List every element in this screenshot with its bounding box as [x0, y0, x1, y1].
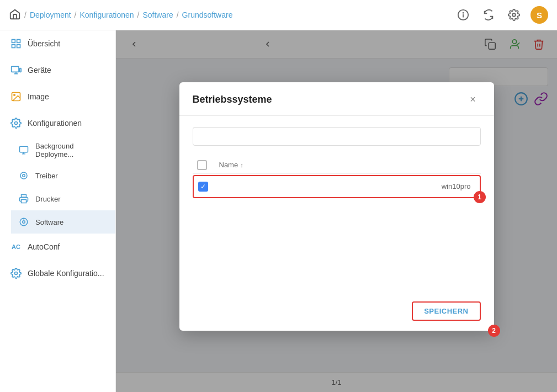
svg-point-25	[15, 272, 18, 275]
row-checkbox-col: ✓	[198, 182, 220, 192]
sort-icon[interactable]: ↑	[240, 162, 243, 168]
header-checkbox-col	[197, 160, 219, 170]
modal-betriebssysteme: Betriebssysteme ×	[179, 82, 494, 331]
svg-rect-4	[12, 40, 15, 43]
svg-point-3	[512, 13, 516, 17]
table-header: Name ↑	[193, 157, 481, 174]
settings-icon-btn[interactable]	[505, 6, 523, 24]
svg-point-23	[23, 221, 25, 224]
background-icon	[18, 144, 30, 156]
sidebar-item-global[interactable]: Globale Konfiguratio...	[0, 260, 115, 287]
software-icon	[18, 216, 30, 228]
sidebar-label-treiber: Treiber	[35, 172, 58, 180]
info-icon-btn[interactable]	[454, 6, 472, 24]
sidebar-item-image[interactable]: Image	[0, 83, 115, 110]
sidebar-label-background: Background Deployme...	[35, 142, 105, 158]
sidebar-item-uebersicht[interactable]: Übersicht	[0, 30, 115, 57]
sidebar-label-konfigurationen: Konfigurationen	[28, 119, 82, 128]
sidebar-item-geraete[interactable]: Geräte	[0, 57, 115, 83]
refresh-icon-btn[interactable]	[480, 6, 497, 24]
row-name-col: win10pro	[220, 182, 475, 190]
sidebar-item-konfigurationen[interactable]: Konfigurationen	[0, 110, 115, 136]
svg-point-19	[23, 174, 25, 177]
breadcrumb-konfigurationen[interactable]: Konfigurationen	[79, 10, 134, 19]
sidebar-label-image: Image	[28, 92, 49, 101]
main-content: 1/1 Betriebssysteme ×	[116, 30, 557, 392]
breadcrumb-grundsoftware[interactable]: Grundsoftware	[182, 10, 233, 19]
top-bar: / Deployment / Konfigurationen / Softwar…	[0, 0, 557, 30]
table-row[interactable]: ✓ win10pro 1	[193, 175, 481, 198]
avatar-button[interactable]: S	[531, 6, 548, 24]
search-input[interactable]	[193, 127, 481, 146]
breadcrumb: / Deployment / Konfigurationen / Softwar…	[9, 8, 454, 22]
sidebar-label-uebersicht: Übersicht	[28, 39, 60, 48]
sidebar-item-treiber[interactable]: Treiber	[11, 164, 115, 187]
uebersicht-icon	[10, 38, 22, 50]
sidebar-label-software: Software	[35, 218, 63, 226]
header-name-col: Name ↑	[219, 161, 476, 169]
sidebar: Übersicht Geräte Image	[0, 30, 116, 392]
select-all-checkbox[interactable]	[197, 160, 207, 170]
row-checkbox[interactable]: ✓	[198, 182, 208, 192]
badge-1: 1	[474, 191, 486, 203]
modal-header: Betriebssysteme ×	[179, 82, 494, 116]
save-button[interactable]: SPEICHERN	[412, 301, 480, 321]
modal-body: Name ↑ ✓ win10pro 1	[179, 116, 494, 294]
konfigurationen-icon	[10, 117, 22, 129]
svg-point-14	[15, 122, 18, 125]
badge-2: 2	[488, 325, 500, 337]
main-layout: Übersicht Geräte Image	[0, 30, 557, 392]
sidebar-item-software[interactable]: Software	[11, 210, 115, 234]
sidebar-label-autoconf: AutoConf	[28, 242, 60, 251]
svg-rect-21	[22, 200, 26, 203]
svg-rect-20	[22, 195, 26, 198]
sidebar-sub-konfigurationen: Background Deployme... Treiber	[0, 136, 115, 234]
modal-title: Betriebssysteme	[193, 94, 272, 105]
svg-rect-15	[20, 146, 28, 152]
svg-point-18	[20, 172, 27, 179]
global-icon	[10, 267, 22, 279]
autoconf-icon: AC	[10, 241, 22, 253]
svg-point-13	[14, 94, 15, 96]
svg-rect-6	[12, 45, 15, 48]
geraete-icon	[10, 64, 22, 76]
modal-footer: SPEICHERN 2	[179, 294, 494, 331]
breadcrumb-software[interactable]: Software	[142, 10, 173, 19]
sidebar-item-drucker[interactable]: Drucker	[11, 187, 115, 210]
search-wrapper	[193, 127, 481, 146]
sidebar-label-drucker: Drucker	[35, 195, 61, 203]
svg-rect-7	[17, 45, 20, 48]
sidebar-label-global: Globale Konfiguratio...	[28, 269, 104, 278]
svg-rect-11	[20, 68, 22, 72]
top-icons: S	[454, 6, 548, 24]
treiber-icon	[18, 169, 30, 182]
home-icon[interactable]	[9, 8, 21, 22]
image-icon	[10, 91, 22, 103]
name-col-label: Name	[219, 161, 238, 169]
svg-rect-5	[17, 40, 20, 43]
breadcrumb-deployment[interactable]: Deployment	[30, 10, 71, 19]
svg-rect-8	[12, 66, 19, 72]
modal-close-button[interactable]: ×	[465, 92, 481, 108]
sidebar-item-background[interactable]: Background Deployme...	[11, 136, 115, 164]
row-name-value: win10pro	[442, 182, 471, 190]
drucker-icon	[18, 193, 30, 205]
sidebar-label-geraete: Geräte	[28, 66, 51, 75]
sidebar-item-autoconf[interactable]: AC AutoConf	[0, 234, 115, 260]
